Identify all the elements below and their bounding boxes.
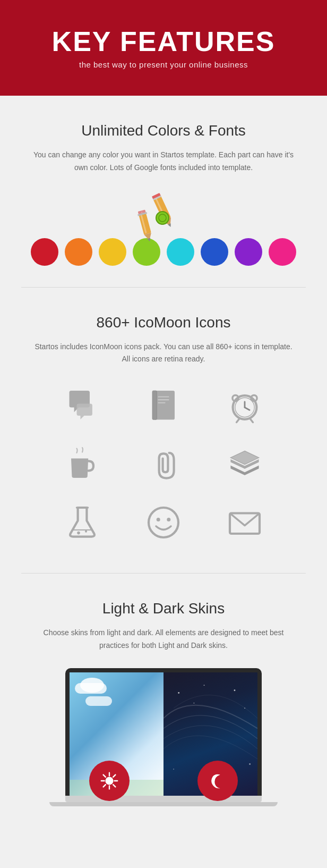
svg-point-44 (193, 702, 194, 703)
colors-section: Unlimited Colors & Fonts You can change … (0, 96, 327, 287)
svg-point-27 (233, 395, 238, 401)
svg-line-29 (237, 419, 239, 422)
alarm-clock-icon (210, 382, 280, 429)
svg-line-56 (113, 774, 115, 777)
svg-line-57 (104, 785, 106, 787)
svg-point-35 (77, 532, 80, 535)
chat-icon-svg (64, 387, 101, 424)
svg-point-42 (204, 685, 205, 686)
svg-point-36 (85, 530, 87, 533)
svg-line-54 (104, 774, 106, 777)
color-circle-pink (269, 238, 296, 266)
svg-rect-17 (154, 391, 175, 420)
sun-icon (99, 771, 119, 791)
smiley-icon-svg (145, 504, 182, 541)
svg-point-41 (178, 692, 179, 694)
layers-icon (210, 440, 280, 488)
icons-title: 860+ IcoMoon Icons (21, 314, 306, 331)
laptop-base (65, 796, 262, 802)
header-title: KEY FEATURES (52, 27, 276, 57)
color-circle-red (31, 238, 58, 266)
svg-point-39 (167, 518, 170, 521)
svg-marker-10 (148, 238, 151, 241)
book-icon-svg (145, 387, 182, 424)
pencil-icon (142, 190, 185, 233)
paperclip-icon-svg (145, 445, 182, 483)
cloud-3 (85, 696, 112, 706)
svg-point-46 (173, 769, 174, 770)
flask-icon-svg (64, 504, 101, 541)
dark-skin-button[interactable] (197, 761, 238, 801)
color-circle-yellow (99, 238, 126, 266)
svg-point-43 (234, 689, 236, 691)
color-circle-purple (235, 238, 262, 266)
envelope-icon (210, 499, 280, 546)
svg-line-55 (113, 785, 115, 787)
skins-desc: Choose skins from light and dark. All el… (31, 627, 296, 652)
cloud-2 (80, 678, 104, 693)
smiley-icon (128, 499, 199, 546)
skins-section: Light & Dark Skins Choose skins from lig… (0, 574, 327, 849)
colors-title: Unlimited Colors & Fonts (21, 122, 306, 139)
laptop-container (21, 668, 306, 822)
color-circles-container (21, 238, 306, 266)
alarm-icon-svg (226, 387, 263, 424)
svg-line-30 (251, 419, 253, 422)
svg-rect-18 (152, 391, 157, 420)
svg-rect-21 (158, 399, 169, 400)
svg-point-38 (157, 518, 160, 521)
layers-icon-svg (226, 445, 263, 483)
coffee-icon-svg (64, 445, 101, 483)
chat-bubbles-icon (47, 382, 117, 429)
color-circle-orange (65, 238, 92, 266)
svg-marker-9 (144, 233, 153, 241)
svg-point-37 (149, 508, 178, 537)
header-subtitle: the best way to present your online busi… (52, 60, 276, 69)
laptop-stand (49, 802, 278, 806)
icons-grid (47, 382, 280, 546)
moon-icon (208, 771, 228, 791)
flask-icon (47, 499, 117, 546)
laptop-illustration (49, 668, 278, 822)
icons-section: 860+ IcoMoon Icons Startos includes Icon… (0, 288, 327, 574)
light-skin-button[interactable] (89, 761, 130, 801)
envelope-icon-svg (226, 504, 263, 541)
svg-point-28 (251, 395, 257, 401)
color-circle-cyan (167, 238, 194, 266)
colors-desc: You can change any color you want in Sta… (31, 149, 296, 174)
svg-point-45 (244, 707, 245, 709)
svg-rect-20 (158, 397, 169, 398)
skins-title: Light & Dark Skins (21, 600, 306, 617)
header-content: KEY FEATURES the best way to present you… (52, 27, 276, 69)
svg-point-47 (249, 763, 251, 765)
svg-point-49 (105, 777, 113, 785)
color-circle-green (133, 238, 160, 266)
paperclip-icon (128, 440, 199, 488)
icons-desc: Startos includes IconMoon icons pack. Yo… (31, 341, 296, 366)
color-circle-blue (201, 238, 228, 266)
svg-point-6 (156, 212, 169, 224)
content-area: Unlimited Colors & Fonts You can change … (0, 96, 327, 849)
pencil-illustration (21, 190, 306, 233)
header-banner: KEY FEATURES the best way to present you… (0, 0, 327, 96)
coffee-cup-icon (47, 440, 117, 488)
svg-rect-22 (158, 402, 165, 403)
book-icon (128, 382, 199, 429)
